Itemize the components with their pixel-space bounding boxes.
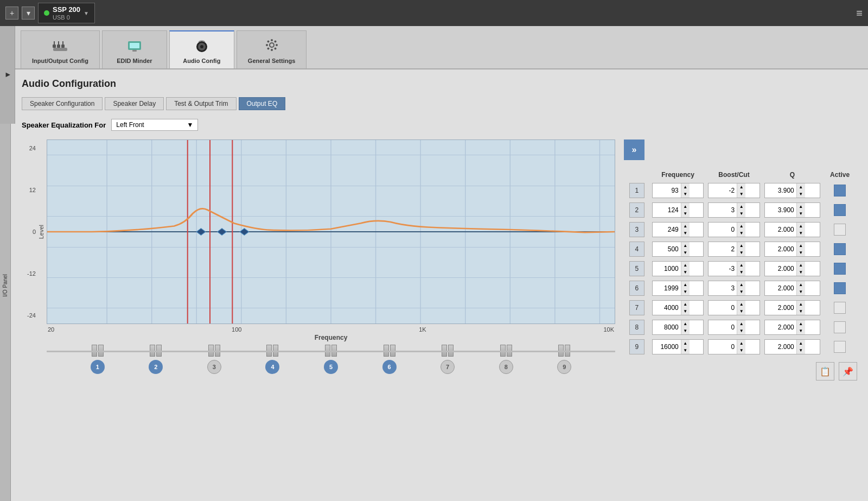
freq-up-7[interactable]: ▲ [681, 301, 690, 308]
boost-up-3[interactable]: ▲ [737, 223, 745, 230]
q-down-4[interactable]: ▼ [797, 249, 805, 256]
band-active-5[interactable] [822, 260, 857, 277]
q-input-4[interactable] [765, 242, 796, 256]
q-down-8[interactable]: ▼ [797, 327, 805, 334]
boost-down-6[interactable]: ▼ [737, 288, 745, 295]
q-up-6[interactable]: ▲ [797, 281, 805, 288]
subtab-speaker-config[interactable]: Speaker Configuration [22, 97, 103, 110]
q-input-3[interactable] [765, 223, 796, 237]
freq-up-8[interactable]: ▲ [681, 320, 690, 327]
q-input-8[interactable] [765, 320, 796, 334]
band-circle-1[interactable]: 1 [91, 360, 105, 374]
tab-io[interactable]: Input/Output Config [21, 30, 100, 68]
q-down-6[interactable]: ▼ [797, 288, 805, 295]
q-up-9[interactable]: ▲ [797, 340, 805, 347]
freq-input-5[interactable] [653, 262, 681, 276]
freq-up-2[interactable]: ▲ [681, 203, 690, 210]
arrow-button[interactable]: ▾ [22, 7, 35, 20]
band-slider-4[interactable]: 4 [244, 345, 302, 374]
q-up-4[interactable]: ▲ [797, 242, 805, 249]
band-active-9[interactable] [822, 338, 857, 356]
freq-down-2[interactable]: ▼ [681, 210, 690, 217]
boost-down-7[interactable]: ▼ [737, 308, 745, 315]
freq-up-4[interactable]: ▲ [681, 242, 690, 249]
boost-input-1[interactable] [709, 183, 737, 198]
freq-down-7[interactable]: ▼ [681, 308, 690, 315]
band-slider-2[interactable]: 2 [127, 345, 186, 374]
q-up-3[interactable]: ▲ [797, 223, 805, 230]
q-input-7[interactable] [765, 301, 796, 315]
active-checkbox-9[interactable] [834, 341, 846, 353]
band-active-2[interactable] [822, 201, 857, 219]
boost-up-2[interactable]: ▲ [737, 203, 745, 210]
q-up-2[interactable]: ▲ [797, 203, 805, 210]
eq-chart[interactable] [47, 139, 615, 324]
band-circle-2[interactable]: 2 [149, 360, 163, 374]
subtab-speaker-delay[interactable]: Speaker Delay [105, 97, 164, 110]
freq-down-8[interactable]: ▼ [681, 327, 690, 334]
boost-input-2[interactable] [709, 203, 737, 217]
active-checkbox-3[interactable] [834, 224, 846, 236]
freq-down-5[interactable]: ▼ [681, 269, 690, 276]
band-circle-8[interactable]: 8 [499, 360, 513, 374]
q-up-8[interactable]: ▲ [797, 320, 805, 327]
boost-input-7[interactable] [709, 301, 737, 315]
freq-input-7[interactable] [653, 301, 681, 315]
band-active-6[interactable] [822, 280, 857, 297]
boost-input-4[interactable] [709, 242, 737, 256]
freq-up-5[interactable]: ▲ [681, 262, 690, 269]
boost-up-6[interactable]: ▲ [737, 281, 745, 288]
boost-input-3[interactable] [709, 223, 737, 237]
freq-up-6[interactable]: ▲ [681, 281, 690, 288]
add-button[interactable]: + [5, 7, 18, 20]
freq-input-4[interactable] [653, 242, 681, 256]
device-dropdown-icon[interactable]: ▼ [84, 10, 89, 16]
boost-down-9[interactable]: ▼ [737, 347, 745, 354]
copy-button[interactable]: 📋 [816, 362, 834, 380]
speaker-dropdown[interactable]: Left Front ▼ [111, 119, 198, 131]
device-badge[interactable]: SSP 200 USB 0 ▼ [38, 3, 95, 23]
band-active-7[interactable] [822, 299, 857, 316]
active-checkbox-1[interactable] [834, 185, 846, 196]
band-slider-1[interactable]: 1 [68, 345, 127, 374]
boost-up-4[interactable]: ▲ [737, 242, 745, 249]
band-active-1[interactable] [822, 182, 857, 199]
freq-down-4[interactable]: ▼ [681, 249, 690, 256]
freq-up-1[interactable]: ▲ [681, 183, 690, 191]
freq-down-1[interactable]: ▼ [681, 191, 690, 198]
band-circle-5[interactable]: 5 [324, 360, 338, 374]
freq-down-3[interactable]: ▼ [681, 230, 690, 237]
q-down-2[interactable]: ▼ [797, 210, 805, 217]
q-down-3[interactable]: ▼ [797, 230, 805, 237]
boost-down-4[interactable]: ▼ [737, 249, 745, 256]
q-input-2[interactable] [765, 203, 796, 217]
boost-up-9[interactable]: ▲ [737, 340, 745, 347]
band-slider-8[interactable]: 8 [477, 345, 535, 374]
io-panel-tab[interactable]: I/O Panel [0, 69, 11, 501]
band-circle-7[interactable]: 7 [441, 360, 455, 374]
active-checkbox-4[interactable] [834, 243, 846, 255]
band-slider-9[interactable]: 9 [535, 345, 594, 374]
band-circle-9[interactable]: 9 [557, 360, 571, 374]
tab-audio[interactable]: Audio Config [169, 30, 234, 68]
freq-up-3[interactable]: ▲ [681, 223, 690, 230]
boost-down-1[interactable]: ▼ [737, 191, 745, 198]
band-slider-7[interactable]: 7 [418, 345, 477, 374]
active-checkbox-7[interactable] [834, 302, 846, 314]
active-checkbox-6[interactable] [834, 282, 846, 294]
boost-up-8[interactable]: ▲ [737, 320, 745, 327]
freq-input-6[interactable] [653, 281, 681, 295]
active-checkbox-2[interactable] [834, 204, 846, 216]
q-up-7[interactable]: ▲ [797, 301, 805, 308]
active-checkbox-5[interactable] [834, 263, 846, 275]
boost-input-8[interactable] [709, 320, 737, 334]
q-input-1[interactable] [765, 183, 796, 198]
subtab-output-eq[interactable]: Output EQ [239, 97, 286, 110]
freq-input-1[interactable] [653, 183, 681, 198]
boost-down-3[interactable]: ▼ [737, 230, 745, 237]
boost-up-5[interactable]: ▲ [737, 262, 745, 269]
q-input-5[interactable] [765, 262, 796, 276]
boost-down-5[interactable]: ▼ [737, 269, 745, 276]
paste-button[interactable]: 📌 [839, 362, 857, 380]
freq-input-3[interactable] [653, 223, 681, 237]
